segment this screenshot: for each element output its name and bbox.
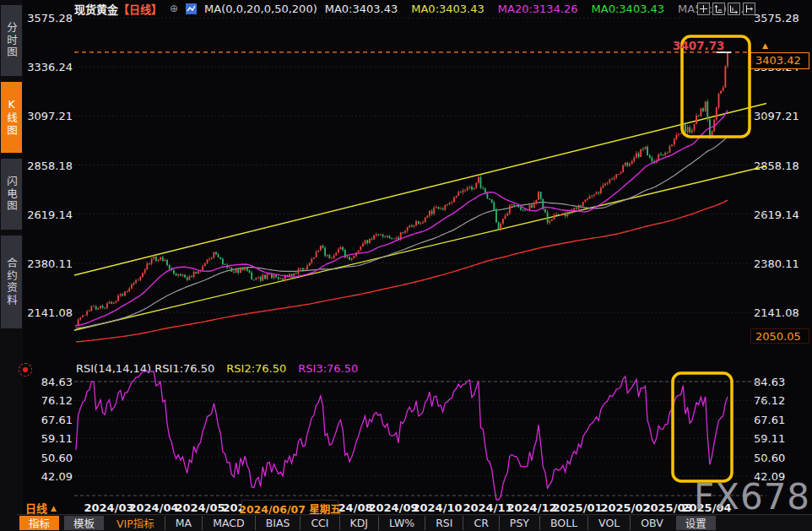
trend-channel-line	[74, 104, 766, 276]
mini-chart-icon[interactable]	[186, 3, 197, 14]
chart-header: 现货黄金【日线】 ⊕ MA(0,0,20,0,50,200) MA0:3403.…	[74, 2, 753, 15]
indicator-tab[interactable]: RSI	[425, 516, 463, 530]
ma-values: MA0:3403.43MA0:3403.43MA20:3134.26MA0:34…	[325, 3, 753, 15]
rsi-line	[76, 371, 728, 500]
chart-canvas[interactable]	[0, 0, 812, 531]
indicator-tab[interactable]: 指标	[19, 516, 59, 530]
high-annotation: 3407.73	[673, 39, 725, 52]
indicator-tab[interactable]: KDJ	[339, 516, 379, 530]
indicator-tab[interactable]: OBV	[630, 516, 674, 530]
ma-value-label: MA0:3403.43	[411, 3, 484, 15]
indicator-tab[interactable]: PSY	[499, 516, 539, 530]
add-overlay-icon[interactable]: ⊕	[170, 3, 178, 14]
indicator-tab[interactable]: BIAS	[255, 516, 300, 530]
shift-right-icon[interactable]	[743, 3, 755, 15]
instrument-name: 现货黄金【日线】	[74, 1, 162, 17]
indicator-tab[interactable]: VIP指标	[106, 516, 165, 530]
ma20-line	[76, 111, 728, 326]
ma-value-label: MA20:3134.26	[498, 3, 578, 15]
y-axis-scale-icon[interactable]	[712, 3, 725, 15]
indicator-tab[interactable]: 设置	[676, 516, 716, 530]
ma-value-label: MA0:3403.43	[592, 3, 665, 15]
trading-app-window: 分时图K线图闪电图合约资料 现货黄金【日线】 ⊕ MA(0,0,20,0,50,…	[0, 0, 812, 531]
ma-settings-label[interactable]: MA(0,0,20,0,50,200)	[204, 3, 317, 15]
indicator-tab[interactable]: MACD	[202, 516, 254, 530]
x-axis-scale-icon[interactable]	[728, 3, 740, 15]
indicator-tab[interactable]: BOLL	[539, 516, 587, 530]
highlight-annotation-box	[673, 373, 732, 481]
trend-channel-line	[74, 166, 766, 330]
period-tag[interactable]: 【日线】	[118, 3, 162, 16]
indicator-tab[interactable]: 模板	[64, 516, 104, 530]
watermark: FX678	[694, 476, 810, 517]
indicator-tab[interactable]: CCI	[300, 516, 338, 530]
ma-value-label: MA0:3403.43	[325, 3, 398, 15]
indicator-tab[interactable]: VOL	[587, 516, 630, 530]
crosshair-icon[interactable]	[697, 3, 710, 15]
current-price-label: 3403.42	[750, 52, 809, 69]
chart-toolbar	[697, 3, 755, 15]
indicator-tab[interactable]: CR	[463, 516, 498, 530]
price-up-arrow-icon: ▲	[762, 42, 768, 50]
indicator-tab[interactable]: MA	[165, 516, 202, 530]
indicator-toolbar: 指标模板VIP指标MAMACDBIASCCIKDJLW%RSICRPSYBOLL…	[17, 514, 812, 531]
indicator-tab[interactable]: LW%	[378, 516, 425, 530]
candles-layer	[75, 52, 728, 328]
